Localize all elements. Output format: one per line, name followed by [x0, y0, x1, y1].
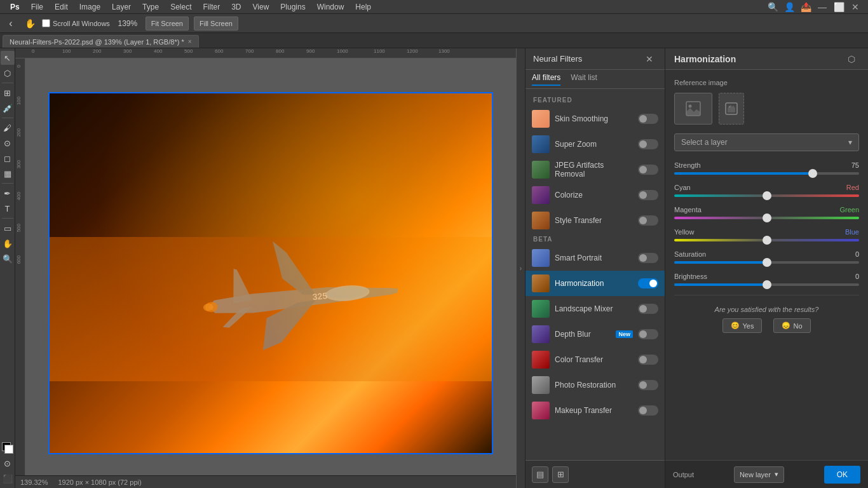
- filter-depth-blur[interactable]: Depth Blur New: [526, 322, 665, 347]
- cyan-red-thumb[interactable]: [763, 191, 771, 200]
- close-window-icon[interactable]: ✕: [848, 0, 863, 15]
- filter-super-zoom[interactable]: Super Zoom: [526, 132, 665, 157]
- fit-screen-btn[interactable]: Fit Screen: [146, 17, 189, 30]
- toggle-style-transfer[interactable]: [638, 215, 658, 226]
- toggle-skin-smoothing[interactable]: [638, 114, 658, 124]
- move-tool-btn[interactable]: ↖: [1, 51, 15, 65]
- menu-help[interactable]: Help: [350, 1, 376, 13]
- shape-tool-btn[interactable]: ▭: [1, 221, 15, 235]
- doc-tab-close[interactable]: ×: [188, 38, 192, 45]
- panel-collapse-btn[interactable]: ›: [516, 48, 525, 488]
- neural-panel-close-btn[interactable]: ✕: [642, 51, 657, 67]
- menu-3d[interactable]: 3D: [226, 1, 246, 13]
- doc-tab-label: Neural-Filters-Ps-2022.psd @ 139% (Layer…: [10, 38, 184, 46]
- hand-tool-icon[interactable]: ✋: [23, 17, 37, 30]
- filter-style-transfer[interactable]: Style Transfer: [526, 208, 665, 233]
- separator: [674, 295, 859, 295]
- search-icon[interactable]: 🔍: [765, 0, 780, 15]
- toggle-super-zoom[interactable]: [638, 139, 658, 149]
- menu-ps[interactable]: Ps: [5, 1, 25, 13]
- layer-select-dropdown[interactable]: Select a layer ▾: [674, 133, 859, 151]
- ruler-mark: 700: [245, 48, 254, 54]
- doc-tab-active[interactable]: Neural-Filters-Ps-2022.psd @ 139% (Layer…: [3, 35, 199, 48]
- filter-colorize[interactable]: Colorize: [526, 182, 665, 208]
- menu-window[interactable]: Window: [312, 1, 349, 13]
- ok-button[interactable]: OK: [824, 466, 860, 484]
- lasso-tool-btn[interactable]: ⬡: [1, 66, 15, 80]
- filter-harmonization[interactable]: Harmonization: [526, 271, 665, 296]
- restore-icon[interactable]: ⬜: [831, 0, 846, 15]
- menu-image[interactable]: Image: [74, 1, 105, 13]
- filter-thumb-photo: [532, 376, 550, 394]
- filter-jpeg-artifacts[interactable]: JPEG Artifacts Removal: [526, 157, 665, 182]
- share-icon[interactable]: 📤: [798, 0, 813, 15]
- toggle-smart-portrait[interactable]: [638, 253, 658, 263]
- brightness-thumb[interactable]: [763, 280, 771, 289]
- toggle-photo-restoration[interactable]: [638, 380, 658, 390]
- menu-edit[interactable]: Edit: [50, 1, 73, 13]
- toggle-depth-blur[interactable]: [638, 329, 658, 339]
- fg-bg-colors[interactable]: [1, 441, 15, 455]
- saturation-track: [674, 261, 859, 264]
- filter-color-transfer[interactable]: Color Transfer: [526, 347, 665, 372]
- menu-type[interactable]: Type: [137, 1, 164, 13]
- toggle-jpeg-artifacts[interactable]: [638, 165, 658, 175]
- satisfaction-no-btn[interactable]: 😞 No: [773, 318, 810, 333]
- filter-photo-restoration[interactable]: Photo Restoration: [526, 372, 665, 398]
- harmonization-expand-btn[interactable]: ⬡: [844, 51, 859, 67]
- toggle-color-transfer[interactable]: [638, 355, 658, 365]
- yellow-blue-thumb[interactable]: [763, 236, 771, 245]
- account-icon[interactable]: 👤: [782, 0, 797, 15]
- layers-view-btn[interactable]: ▤: [532, 466, 548, 483]
- yellow-blue-slider-row: Yellow Blue: [674, 228, 859, 241]
- svg-point-7: [689, 105, 692, 108]
- filter-thumb-style: [532, 212, 550, 229]
- toggle-makeup-transfer[interactable]: [638, 405, 658, 416]
- canvas-area[interactable]: 0 100 200 300 400 500 600 700 800 900 10…: [15, 48, 516, 488]
- magenta-green-thumb[interactable]: [763, 214, 771, 222]
- tab-wait-list[interactable]: Wait list: [571, 73, 597, 86]
- back-nav-btn[interactable]: ‹: [4, 17, 18, 30]
- filter-smart-portrait[interactable]: Smart Portrait: [526, 245, 665, 271]
- crop-tool-btn[interactable]: ⊞: [1, 86, 15, 100]
- saturation-thumb[interactable]: [763, 258, 771, 267]
- reference-thumbnail: [674, 93, 712, 125]
- filter-makeup-transfer[interactable]: Makeup Transfer: [526, 398, 665, 423]
- scroll-all-checkbox[interactable]: [42, 19, 50, 27]
- brightness-slider-row: Brightness 0: [674, 273, 859, 286]
- gradient-tool-btn[interactable]: ▦: [1, 166, 15, 180]
- satisfaction-yes-btn[interactable]: 😊 Yes: [722, 318, 762, 333]
- menu-plugins[interactable]: Plugins: [275, 1, 310, 13]
- pen-tool-btn[interactable]: ✒: [1, 186, 15, 200]
- canvas-content[interactable]: 325: [25, 58, 516, 488]
- text-tool-btn[interactable]: T: [1, 201, 15, 215]
- strength-slider-row: Strength 75: [674, 161, 859, 175]
- quick-mask-btn[interactable]: ⊙: [1, 456, 15, 470]
- add-reference-btn[interactable]: [719, 93, 744, 125]
- toggle-landscape-mixer[interactable]: [638, 304, 658, 314]
- stack-view-btn[interactable]: ⊞: [552, 466, 569, 483]
- eyedropper-tool-btn[interactable]: 💉: [1, 101, 15, 115]
- output-select-dropdown[interactable]: New layer ▾: [734, 466, 784, 483]
- filter-landscape-mixer[interactable]: Landscape Mixer: [526, 296, 665, 322]
- toggle-colorize[interactable]: [638, 190, 658, 200]
- clone-tool-btn[interactable]: ⊙: [1, 136, 15, 150]
- canvas-image: 325: [48, 92, 493, 454]
- screen-mode-btn[interactable]: ⬛: [1, 471, 15, 485]
- strength-thumb[interactable]: [808, 169, 817, 178]
- filter-skin-smoothing[interactable]: Skin Smoothing: [526, 106, 665, 132]
- menu-file[interactable]: File: [26, 1, 48, 13]
- toggle-harmonization[interactable]: [638, 278, 658, 288]
- zoom-tool-btn[interactable]: 🔍: [1, 252, 15, 266]
- menu-layer[interactable]: Layer: [107, 1, 136, 13]
- menu-filter[interactable]: Filter: [198, 1, 225, 13]
- hand-tool-btn[interactable]: ✋: [1, 236, 15, 250]
- ruler-mark: 100: [62, 48, 71, 54]
- menu-select[interactable]: Select: [165, 1, 196, 13]
- minimize-icon[interactable]: —: [815, 0, 830, 15]
- brush-tool-btn[interactable]: 🖌: [1, 121, 15, 135]
- tab-all-filters[interactable]: All filters: [532, 73, 560, 86]
- fill-screen-btn[interactable]: Fill Screen: [194, 17, 238, 30]
- eraser-tool-btn[interactable]: ◻: [1, 151, 15, 165]
- menu-view[interactable]: View: [248, 1, 275, 13]
